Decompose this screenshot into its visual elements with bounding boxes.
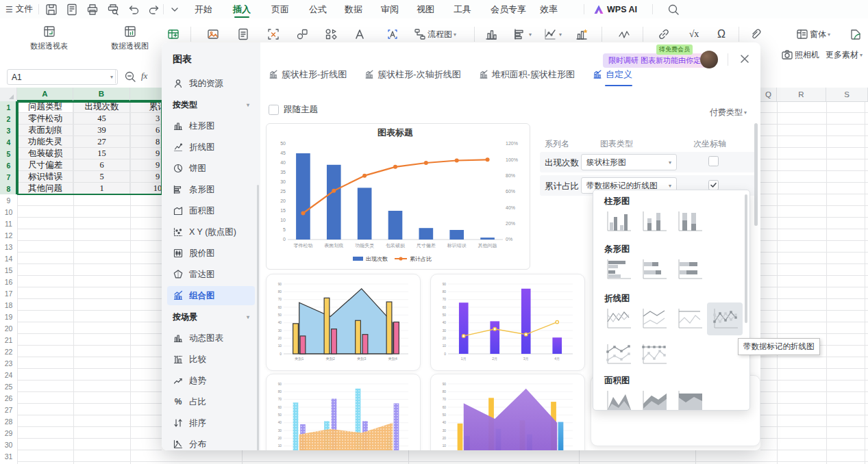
row-header-2[interactable]: 2: [0, 113, 17, 125]
sidebar-item-dynamic[interactable]: 动态图表: [167, 328, 255, 348]
row-header-27[interactable]: 27: [0, 404, 17, 415]
symbol-omega-icon[interactable]: Ω: [714, 27, 729, 42]
series1-secondary-checkbox[interactable]: [708, 156, 719, 169]
chart-type-thumb-line-markers-stacked[interactable]: [603, 341, 633, 368]
row-header-25[interactable]: 25: [0, 381, 17, 392]
sidebar-item-combo[interactable]: 组合图: [167, 286, 255, 305]
close-icon[interactable]: [737, 51, 752, 66]
save-icon[interactable]: [44, 2, 59, 17]
row-header-16[interactable]: 16: [0, 276, 17, 287]
cell-A5[interactable]: 包装破损: [18, 148, 73, 159]
bar-chart-button[interactable]: ▾: [512, 27, 532, 42]
sidebar-item-line[interactable]: 折线图: [167, 138, 255, 157]
row-header-29[interactable]: 29: [0, 427, 17, 439]
sidebar-item-percent[interactable]: %占比: [167, 392, 255, 411]
sidebar-group-11[interactable]: 按场景▾: [173, 307, 249, 326]
table-icon[interactable]: [166, 27, 181, 42]
app-tab-1[interactable]: 开始: [195, 0, 212, 18]
row-header-18[interactable]: 18: [0, 299, 17, 311]
cell-B5[interactable]: 15: [74, 148, 130, 159]
screenshot-icon[interactable]: [266, 27, 281, 42]
name-box-chevron-icon[interactable]: ▾: [110, 74, 113, 80]
cell-A3[interactable]: 表面划痕: [18, 125, 73, 136]
series1-type-select[interactable]: 簇状柱形图▾: [581, 154, 677, 170]
cell-A6[interactable]: 尺寸偏差: [18, 159, 73, 171]
chart-type-thumb-area-100[interactable]: [674, 387, 704, 411]
row-header-3[interactable]: 3: [0, 125, 17, 136]
row-header-9[interactable]: 9: [0, 194, 17, 206]
column-header-a[interactable]: A: [17, 88, 73, 101]
cell-B6[interactable]: 6: [74, 159, 130, 171]
assets-icon[interactable]: [848, 27, 863, 42]
cell-B4[interactable]: 27: [74, 136, 130, 148]
row-header-28[interactable]: 28: [0, 415, 17, 427]
hyperlink-icon[interactable]: [656, 27, 671, 42]
chart-type-thumb-line-markers-100[interactable]: [638, 341, 669, 368]
row-header-30[interactable]: 30: [0, 439, 17, 450]
sidebar-item-radar[interactable]: 雷达图: [167, 265, 255, 284]
row-header-19[interactable]: 19: [0, 311, 17, 322]
row-header-8[interactable]: 8: [0, 183, 17, 194]
column-header-c-partial[interactable]: [130, 88, 162, 101]
chart-preview-card[interactable]: 051015202530354045500%20%40%60%80%100%12…: [266, 123, 530, 270]
row-header-26[interactable]: 26: [0, 392, 17, 404]
row-header-24[interactable]: 24: [0, 369, 17, 381]
row-header-11[interactable]: 11: [0, 218, 17, 229]
chart-type-thumb-line-100[interactable]: [674, 305, 704, 333]
avatar[interactable]: [700, 51, 718, 68]
textbox-icon[interactable]: [385, 27, 400, 42]
chart-tab-1[interactable]: 簇状柱形-折线图: [269, 68, 347, 86]
row-header-5[interactable]: 5: [0, 148, 17, 159]
template-card-gradient[interactable]: 01020304050607080901月2月3月4月: [430, 274, 585, 371]
export-icon[interactable]: [64, 2, 79, 17]
template-card-cartoon[interactable]: 0102030405060708090类别1类别2类别3类别4: [266, 274, 421, 371]
pay-type-dropdown[interactable]: 付费类型▾: [710, 107, 747, 118]
fx-label[interactable]: fx: [141, 70, 147, 81]
print-preview-icon[interactable]: [106, 2, 121, 17]
row-header-13[interactable]: 13: [0, 241, 17, 253]
line-chart-button[interactable]: ▾: [543, 27, 562, 42]
template-card-pattern[interactable]: 01020304050607080901月2月3月4月: [266, 374, 421, 450]
row-header-17[interactable]: 17: [0, 287, 17, 299]
sidebar-item-scatter[interactable]: X Y (散点图): [167, 222, 255, 242]
chart-type-thumb-area[interactable]: [603, 387, 633, 411]
chart-type-thumb-bar-stacked[interactable]: [638, 256, 669, 283]
cell-A1[interactable]: 问题类型: [18, 101, 73, 113]
more-assets-button[interactable]: 更多素材▾: [826, 47, 863, 62]
sidebar-item-user[interactable]: 我的资源: [167, 74, 255, 93]
chart-tab-3[interactable]: 堆积面积-簇状柱形图: [479, 68, 575, 86]
pivot-chart-button[interactable]: 数据透视图: [111, 24, 149, 51]
cell-A4[interactable]: 功能失灵: [18, 136, 73, 148]
zoom-formula-icon[interactable]: [123, 70, 137, 83]
chart-type-thumb-line-stacked[interactable]: [638, 305, 669, 333]
attachment-icon[interactable]: [748, 27, 763, 42]
row-header-21[interactable]: 21: [0, 334, 17, 346]
cell-B1[interactable]: 出现次数: [74, 101, 130, 113]
app-tab-7[interactable]: 视图: [417, 0, 434, 18]
formula-icon[interactable]: √x: [686, 27, 702, 42]
sidebar-item-column[interactable]: 柱形图: [167, 116, 255, 136]
recommended-chart-icon[interactable]: [574, 27, 589, 42]
sidebar-scrollbar[interactable]: [257, 185, 259, 450]
sparkline-icon[interactable]: [617, 27, 632, 42]
select-all-corner[interactable]: [0, 88, 17, 101]
sidebar-group-1[interactable]: 按类型▾: [173, 95, 249, 114]
cell-A7[interactable]: 标识错误: [18, 171, 73, 183]
row-header-31[interactable]: 31: [0, 450, 17, 462]
row-header-14[interactable]: 14: [0, 253, 17, 264]
cell-B2[interactable]: 45: [74, 113, 130, 125]
row-header-7[interactable]: 7: [0, 171, 17, 183]
chart-type-thumb-bar-100[interactable]: [674, 256, 704, 283]
app-tab-2[interactable]: 插入: [233, 0, 251, 18]
wordart-icon[interactable]: [352, 27, 367, 42]
name-box[interactable]: A1 ▾: [7, 69, 118, 85]
pivot-table-button[interactable]: 数据透视表: [30, 24, 68, 51]
column-chart-icon[interactable]: [484, 27, 499, 42]
chart-type-thumb-line[interactable]: [603, 305, 633, 333]
cell-A2[interactable]: 零件松动: [18, 113, 73, 125]
document-icon[interactable]: [236, 27, 251, 42]
row-header-23[interactable]: 23: [0, 357, 17, 369]
dropdown-scrollbar[interactable]: [745, 194, 747, 323]
cell-A8[interactable]: 其他问题: [18, 183, 73, 194]
row-header-22[interactable]: 22: [0, 346, 17, 357]
